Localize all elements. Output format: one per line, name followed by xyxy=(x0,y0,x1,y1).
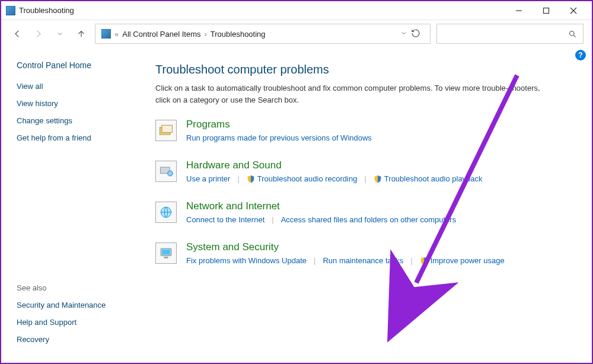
close-button[interactable] xyxy=(560,2,587,20)
seealso-help-support[interactable]: Help and Support xyxy=(17,318,139,327)
minimize-button[interactable] xyxy=(505,2,533,20)
svg-point-9 xyxy=(168,171,173,176)
separator: | xyxy=(272,215,273,224)
refresh-button[interactable] xyxy=(411,28,420,40)
breadcrumb-current[interactable]: Troubleshooting xyxy=(211,30,266,39)
link-troubleshoot-audio-recording[interactable]: Troubleshoot audio recording xyxy=(247,174,358,184)
system-icon xyxy=(155,242,177,264)
page-description: Click on a task to automatically trouble… xyxy=(155,82,541,106)
category-hardware: Hardware and Sound Use a printer | Troub… xyxy=(155,159,578,184)
see-also-heading: See also xyxy=(17,283,139,292)
programs-icon xyxy=(155,120,177,141)
svg-point-4 xyxy=(570,31,575,36)
svg-rect-7 xyxy=(162,125,173,132)
separator: | xyxy=(237,174,239,183)
navbar: « All Control Panel Items › Troubleshoot… xyxy=(1,20,592,47)
sidebar-link-change-settings[interactable]: Change settings xyxy=(17,116,139,125)
link-run-maintenance-tasks[interactable]: Run maintenance tasks xyxy=(323,256,403,266)
sidebar-link-get-help[interactable]: Get help from a friend xyxy=(17,133,139,142)
shield-icon xyxy=(374,175,382,183)
search-input[interactable] xyxy=(436,24,584,44)
control-panel-home-link[interactable]: Control Panel Home xyxy=(17,60,139,70)
seealso-recovery[interactable]: Recovery xyxy=(17,335,139,344)
sidebar-link-view-history[interactable]: View history xyxy=(17,99,139,108)
category-title-system[interactable]: System and Security xyxy=(186,241,578,253)
category-programs: Programs Run programs made for previous … xyxy=(155,119,578,143)
shield-icon xyxy=(420,257,428,265)
sidebar: Control Panel Home View all View history… xyxy=(1,47,149,363)
seealso-security-maintenance[interactable]: Security and Maintenance xyxy=(17,301,139,309)
maximize-button[interactable] xyxy=(533,2,560,20)
hardware-icon xyxy=(155,161,177,182)
back-button[interactable] xyxy=(9,26,25,41)
network-icon xyxy=(155,202,177,223)
link-improve-power-usage[interactable]: Improve power usage xyxy=(420,256,505,266)
search-icon xyxy=(568,30,577,39)
svg-line-5 xyxy=(573,35,575,37)
titlebar: Troubleshooting xyxy=(1,1,592,20)
shield-icon xyxy=(247,175,255,183)
link-use-printer[interactable]: Use a printer xyxy=(186,174,230,184)
help-icon[interactable]: ? xyxy=(575,50,586,60)
category-system: System and Security Fix problems with Wi… xyxy=(155,241,578,266)
forward-button[interactable] xyxy=(31,26,46,41)
svg-rect-12 xyxy=(162,250,170,255)
link-access-shared-files[interactable]: Access shared files and folders on other… xyxy=(281,215,457,225)
breadcrumb-overflow-icon[interactable]: « xyxy=(114,30,119,39)
page-title: Troubleshoot computer problems xyxy=(155,63,578,76)
category-title-programs[interactable]: Programs xyxy=(186,119,578,130)
link-troubleshoot-audio-playback[interactable]: Troubleshoot audio playback xyxy=(374,174,483,184)
window-title: Troubleshooting xyxy=(19,6,74,15)
main-content: ? Troubleshoot computer problems Click o… xyxy=(149,47,592,363)
address-dropdown-icon[interactable] xyxy=(400,30,407,39)
separator: | xyxy=(410,256,412,265)
control-panel-icon xyxy=(101,29,111,39)
svg-rect-13 xyxy=(164,257,168,258)
address-bar[interactable]: « All Control Panel Items › Troubleshoot… xyxy=(95,24,431,44)
chevron-right-icon: › xyxy=(204,30,206,39)
link-fix-windows-update[interactable]: Fix problems with Windows Update xyxy=(186,256,307,266)
app-icon xyxy=(6,6,15,15)
breadcrumb-root[interactable]: All Control Panel Items xyxy=(122,30,200,39)
link-connect-internet[interactable]: Connect to the Internet xyxy=(186,215,264,225)
separator: | xyxy=(314,256,315,265)
up-button[interactable] xyxy=(74,26,89,41)
category-network: Network and Internet Connect to the Inte… xyxy=(155,200,578,225)
separator: | xyxy=(364,174,366,183)
recent-dropdown[interactable] xyxy=(52,26,68,41)
sidebar-link-view-all[interactable]: View all xyxy=(17,82,139,91)
category-title-network[interactable]: Network and Internet xyxy=(186,200,578,212)
category-title-hardware[interactable]: Hardware and Sound xyxy=(186,159,578,171)
svg-rect-1 xyxy=(544,8,549,13)
link-run-programs-previous[interactable]: Run programs made for previous versions … xyxy=(186,133,372,143)
